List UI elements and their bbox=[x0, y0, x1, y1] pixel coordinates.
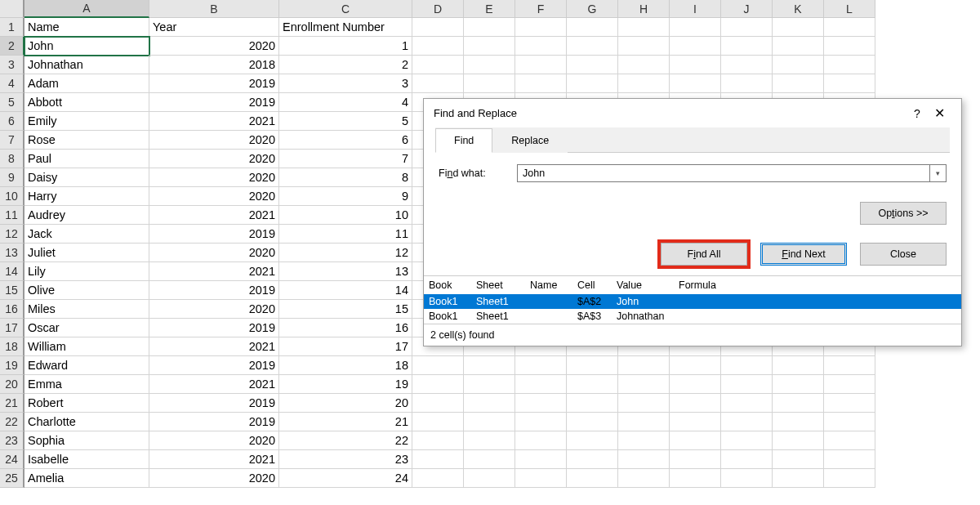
cell-D2[interactable] bbox=[412, 37, 464, 56]
cell-G24[interactable] bbox=[567, 450, 618, 469]
cell-K2[interactable] bbox=[773, 37, 824, 56]
cell-D1[interactable] bbox=[412, 18, 464, 37]
cell-A19[interactable]: Edward bbox=[24, 356, 149, 375]
cell-L24[interactable] bbox=[824, 450, 875, 469]
cell-E3[interactable] bbox=[464, 56, 515, 74]
cell-A4[interactable]: Adam bbox=[24, 74, 149, 93]
row-header-19[interactable]: 19 bbox=[0, 356, 24, 375]
cell-B21[interactable]: 2019 bbox=[149, 394, 279, 413]
cell-D23[interactable] bbox=[412, 431, 464, 450]
cell-L3[interactable] bbox=[824, 56, 875, 74]
column-header-L[interactable]: L bbox=[824, 0, 875, 18]
cell-L1[interactable] bbox=[824, 18, 875, 37]
cell-B20[interactable]: 2021 bbox=[149, 375, 279, 394]
cell-C12[interactable]: 11 bbox=[279, 225, 412, 244]
row-header-4[interactable]: 4 bbox=[0, 74, 24, 93]
cell-A20[interactable]: Emma bbox=[24, 375, 149, 394]
cell-D4[interactable] bbox=[412, 74, 464, 93]
cell-D19[interactable] bbox=[412, 356, 464, 375]
row-header-21[interactable]: 21 bbox=[0, 394, 24, 413]
cell-J22[interactable] bbox=[721, 413, 773, 431]
row-header-17[interactable]: 17 bbox=[0, 319, 24, 337]
cell-H3[interactable] bbox=[618, 56, 670, 74]
row-header-10[interactable]: 10 bbox=[0, 187, 24, 206]
cell-E21[interactable] bbox=[464, 394, 515, 413]
cell-G19[interactable] bbox=[567, 356, 618, 375]
close-icon[interactable]: ✕ bbox=[927, 105, 951, 121]
cell-E19[interactable] bbox=[464, 356, 515, 375]
cell-B5[interactable]: 2019 bbox=[149, 93, 279, 112]
cell-H23[interactable] bbox=[618, 431, 670, 450]
cell-A15[interactable]: Olive bbox=[24, 281, 149, 300]
results-col-value[interactable]: Value bbox=[617, 279, 679, 291]
cell-D3[interactable] bbox=[412, 56, 464, 74]
cell-I4[interactable] bbox=[670, 74, 721, 93]
cell-F1[interactable] bbox=[515, 18, 567, 37]
cell-C14[interactable]: 13 bbox=[279, 262, 412, 281]
cell-D25[interactable] bbox=[412, 469, 464, 488]
cell-D24[interactable] bbox=[412, 450, 464, 469]
cell-C3[interactable]: 2 bbox=[279, 56, 412, 74]
cell-A25[interactable]: Amelia bbox=[24, 469, 149, 488]
cell-B15[interactable]: 2019 bbox=[149, 281, 279, 300]
column-header-I[interactable]: I bbox=[670, 0, 721, 18]
cell-A5[interactable]: Abbott bbox=[24, 93, 149, 112]
cell-F24[interactable] bbox=[515, 450, 567, 469]
cell-C6[interactable]: 5 bbox=[279, 112, 412, 131]
column-header-A[interactable]: A bbox=[24, 0, 149, 18]
column-header-G[interactable]: G bbox=[567, 0, 618, 18]
cell-A10[interactable]: Harry bbox=[24, 187, 149, 206]
row-header-3[interactable]: 3 bbox=[0, 56, 24, 74]
cell-I3[interactable] bbox=[670, 56, 721, 74]
cell-L4[interactable] bbox=[824, 74, 875, 93]
column-header-K[interactable]: K bbox=[773, 0, 824, 18]
row-header-20[interactable]: 20 bbox=[0, 375, 24, 394]
cell-C16[interactable]: 15 bbox=[279, 300, 412, 319]
cell-B24[interactable]: 2021 bbox=[149, 450, 279, 469]
cell-B6[interactable]: 2021 bbox=[149, 112, 279, 131]
row-header-12[interactable]: 12 bbox=[0, 225, 24, 244]
cell-F3[interactable] bbox=[515, 56, 567, 74]
cell-K20[interactable] bbox=[773, 375, 824, 394]
cell-F23[interactable] bbox=[515, 431, 567, 450]
cell-B23[interactable]: 2020 bbox=[149, 431, 279, 450]
cell-C1[interactable]: Enrollment Number bbox=[279, 18, 412, 37]
cell-H24[interactable] bbox=[618, 450, 670, 469]
column-header-H[interactable]: H bbox=[618, 0, 670, 18]
row-header-1[interactable]: 1 bbox=[0, 18, 24, 37]
cell-B11[interactable]: 2021 bbox=[149, 206, 279, 225]
cell-A6[interactable]: Emily bbox=[24, 112, 149, 131]
row-header-2[interactable]: 2 bbox=[0, 37, 24, 56]
cell-L25[interactable] bbox=[824, 469, 875, 488]
cell-A8[interactable]: Paul bbox=[24, 150, 149, 168]
row-header-8[interactable]: 8 bbox=[0, 150, 24, 168]
results-row[interactable]: Book1Sheet1$A$2John bbox=[424, 294, 961, 309]
cell-D21[interactable] bbox=[412, 394, 464, 413]
cell-A12[interactable]: Jack bbox=[24, 225, 149, 244]
cell-K24[interactable] bbox=[773, 450, 824, 469]
cell-E23[interactable] bbox=[464, 431, 515, 450]
cell-H20[interactable] bbox=[618, 375, 670, 394]
cell-J2[interactable] bbox=[721, 37, 773, 56]
cell-A13[interactable]: Juliet bbox=[24, 244, 149, 262]
cell-F4[interactable] bbox=[515, 74, 567, 93]
cell-A1[interactable]: Name bbox=[24, 18, 149, 37]
results-row[interactable]: Book1Sheet1$A$3Johnathan bbox=[424, 309, 961, 324]
cell-K3[interactable] bbox=[773, 56, 824, 74]
row-header-14[interactable]: 14 bbox=[0, 262, 24, 281]
cell-I2[interactable] bbox=[670, 37, 721, 56]
row-header-9[interactable]: 9 bbox=[0, 168, 24, 187]
cell-L22[interactable] bbox=[824, 413, 875, 431]
cell-I23[interactable] bbox=[670, 431, 721, 450]
cell-C18[interactable]: 17 bbox=[279, 337, 412, 356]
cell-L23[interactable] bbox=[824, 431, 875, 450]
cell-A9[interactable]: Daisy bbox=[24, 168, 149, 187]
cell-B18[interactable]: 2021 bbox=[149, 337, 279, 356]
cell-H4[interactable] bbox=[618, 74, 670, 93]
cell-J19[interactable] bbox=[721, 356, 773, 375]
cell-C10[interactable]: 9 bbox=[279, 187, 412, 206]
results-col-book[interactable]: Book bbox=[429, 279, 476, 291]
cell-B17[interactable]: 2019 bbox=[149, 319, 279, 337]
cell-B12[interactable]: 2019 bbox=[149, 225, 279, 244]
cell-J4[interactable] bbox=[721, 74, 773, 93]
